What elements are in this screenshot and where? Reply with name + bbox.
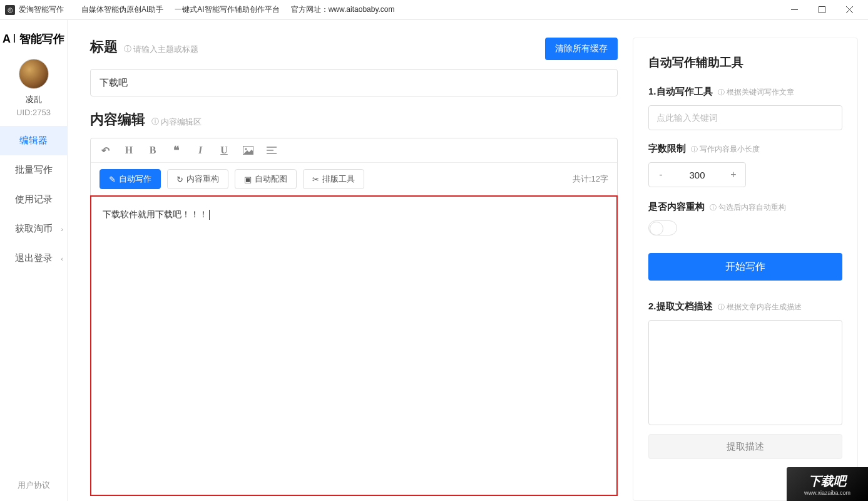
avatar[interactable] xyxy=(19,59,49,89)
decrement-button[interactable]: - xyxy=(649,163,673,187)
user-id: UID:2753 xyxy=(16,108,51,117)
auto-image-button[interactable]: ▣自动配图 xyxy=(235,169,297,189)
format-toolbar: ↶ H B ❝ I U xyxy=(91,138,617,163)
minimize-button[interactable] xyxy=(780,1,808,19)
title-label: 标题 xyxy=(90,38,118,56)
user-agreement-link[interactable]: 用户协议 xyxy=(18,470,50,501)
description-textarea[interactable] xyxy=(648,320,842,425)
close-button[interactable] xyxy=(835,1,863,19)
maximize-button[interactable] xyxy=(808,1,835,19)
panel-title: 自动写作辅助工具 xyxy=(648,54,842,71)
italic-icon[interactable]: I xyxy=(195,145,206,156)
editor-column: 标题 请输入主题或标题 清除所有缓存 内容编辑 内容编辑区 ↶ H B ❝ I … xyxy=(90,38,618,501)
restructure-toggle-title: 是否内容重构 xyxy=(648,201,705,213)
bold-icon[interactable]: B xyxy=(147,145,158,156)
content-hint: 内容编辑区 xyxy=(151,116,202,128)
restructure-toggle[interactable] xyxy=(648,220,677,235)
username: 凌乱 xyxy=(26,94,42,105)
logo-icon: A xyxy=(3,33,18,46)
svg-rect-4 xyxy=(14,34,15,43)
underline-icon[interactable]: U xyxy=(218,145,230,156)
auto-write-button[interactable]: ✎自动写作 xyxy=(100,169,161,189)
word-count: 共计:12字 xyxy=(573,173,608,185)
clear-cache-button[interactable]: 清除所有缓存 xyxy=(545,38,618,60)
titlebar-taglines: 自媒体智能伪原创AI助手 一键式AI智能写作辅助创作平台 官方网址：www.ai… xyxy=(81,4,395,15)
logo-text: 智能写作 xyxy=(19,31,64,46)
assist-panel: 自动写作辅助工具 1.自动写作工具 根据关键词写作文章 字数限制 写作内容最小长… xyxy=(633,38,858,501)
start-writing-button[interactable]: 开始写作 xyxy=(648,253,842,281)
auto-write-section-title: 1.自动写作工具 xyxy=(648,86,713,98)
action-toolbar: ✎自动写作 ↻内容重构 ▣自动配图 ✂排版工具 共计:12字 xyxy=(91,163,617,195)
svg-rect-1 xyxy=(819,7,825,13)
extract-section-title: 2.提取文档描述 xyxy=(648,301,713,312)
title-input[interactable] xyxy=(90,69,618,96)
layout-tool-button[interactable]: ✂排版工具 xyxy=(303,169,364,189)
website-label: 官方网址：www.aitaobaby.com xyxy=(291,4,395,15)
nav-logout[interactable]: 退出登录‹ xyxy=(0,244,67,273)
picture-icon: ▣ xyxy=(244,175,252,184)
editor-textarea[interactable]: 下载软件就用下载吧！！！ xyxy=(90,195,618,496)
app-icon: ◎ xyxy=(5,5,15,15)
undo-icon[interactable]: ↶ xyxy=(100,145,111,156)
word-limit-value: 300 xyxy=(673,170,722,180)
nav-batch[interactable]: 批量写作 xyxy=(0,155,67,185)
title-hint: 请输入主题或标题 xyxy=(124,44,198,55)
app-name: 爱淘智能写作 xyxy=(19,4,64,15)
word-limit-hint: 写作内容最小长度 xyxy=(691,144,760,155)
content-label: 内容编辑 xyxy=(90,110,145,129)
tagline-1: 自媒体智能伪原创AI助手 xyxy=(81,4,163,15)
quote-icon[interactable]: ❝ xyxy=(171,145,182,156)
editor-container: ↶ H B ❝ I U ✎自动写作 ↻内容重构 ▣自动配图 ✂排版工具 共计:1… xyxy=(90,138,618,496)
extract-description-button[interactable]: 提取描述 xyxy=(648,434,842,459)
word-limit-title: 字数限制 xyxy=(648,143,686,155)
text-cursor xyxy=(209,210,210,220)
watermark-url: www.xiazaiba.com xyxy=(804,490,850,496)
nav-history[interactable]: 使用记录 xyxy=(0,185,67,214)
chevron-left-icon: ‹ xyxy=(61,255,63,262)
nav-editor[interactable]: 编辑器 xyxy=(0,126,67,155)
auto-write-section-hint: 根据关键词写作文章 xyxy=(718,87,794,98)
window-controls xyxy=(780,1,863,19)
align-icon[interactable] xyxy=(266,145,277,156)
increment-button[interactable]: + xyxy=(722,163,745,187)
tagline-2: 一键式AI智能写作辅助创作平台 xyxy=(175,4,279,15)
sidebar: A 智能写作 凌乱 UID:2753 编辑器 批量写作 使用记录 获取淘币› 退… xyxy=(0,20,68,501)
chevron-right-icon: › xyxy=(61,225,63,233)
editor-body-text: 下载软件就用下载吧！！！ xyxy=(103,209,208,219)
word-limit-spinner: - 300 + xyxy=(648,162,746,187)
svg-point-6 xyxy=(245,148,247,150)
heading-icon[interactable]: H xyxy=(123,145,135,156)
extract-section-hint: 根据文章内容生成描述 xyxy=(718,302,802,312)
restructure-button[interactable]: ↻内容重构 xyxy=(167,169,228,189)
watermark-text: 下载吧 xyxy=(809,473,846,490)
keyword-input[interactable] xyxy=(648,105,842,130)
watermark: 下载吧 www.xiazaiba.com xyxy=(787,467,868,501)
image-icon[interactable] xyxy=(242,145,253,156)
nav-coins[interactable]: 获取淘币› xyxy=(0,214,67,244)
pencil-icon: ✎ xyxy=(109,175,116,184)
tool-icon: ✂ xyxy=(312,175,319,184)
titlebar: ◎ 爱淘智能写作 自媒体智能伪原创AI助手 一键式AI智能写作辅助创作平台 官方… xyxy=(0,0,868,20)
refresh-icon: ↻ xyxy=(176,175,183,184)
sidebar-logo: A 智能写作 xyxy=(3,31,64,46)
restructure-toggle-hint: 勾选后内容自动重构 xyxy=(710,202,786,213)
